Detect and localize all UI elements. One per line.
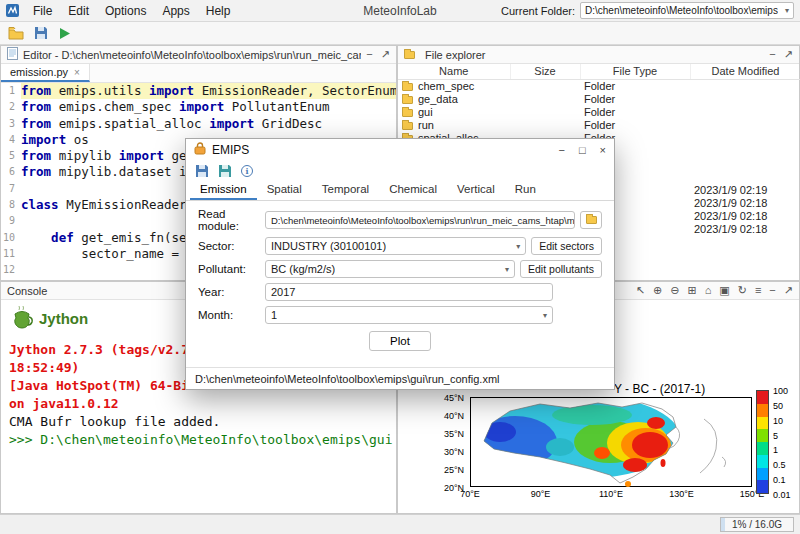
dialog-tab-spatial[interactable]: Spatial	[257, 180, 312, 200]
emission-map	[470, 397, 752, 487]
pollutant-label: Pollutant:	[198, 263, 260, 275]
minimize-icon[interactable]: −	[366, 49, 372, 60]
dialog-titlebar[interactable]: EMIPS −□×	[186, 139, 614, 161]
edit-sectors-button[interactable]: Edit sectors	[531, 237, 602, 255]
folder-icon	[402, 109, 413, 117]
info-icon[interactable]: i	[241, 165, 253, 177]
menu-help[interactable]: Help	[198, 2, 239, 20]
dialog-tab-chemical[interactable]: Chemical	[379, 180, 447, 200]
pollutant-value: BC (kg/m2/s)	[271, 263, 335, 275]
y-tick-label: 35°N	[444, 429, 464, 439]
year-field[interactable]: 2017	[265, 283, 553, 301]
dialog-tab-vertical[interactable]: Vertical	[447, 180, 505, 200]
plot-button[interactable]: Plot	[369, 331, 431, 351]
pollutant-combobox[interactable]: BC (kg/m2/s) ▾	[265, 260, 515, 278]
colorbar-tick-label: 0.1	[773, 475, 786, 485]
console-line: CMA Bufr lookup file added.	[9, 413, 388, 431]
colorbar-segment	[757, 404, 768, 417]
colorbar-segment	[757, 480, 768, 493]
year-label: Year:	[198, 286, 260, 298]
code-line-1: 1from emips.utils import EmissionReader,…	[1, 83, 396, 99]
x-tick-label: 90°E	[531, 489, 551, 499]
colorbar-tick-label: 50	[773, 400, 783, 410]
file-row[interactable]: runFolder	[398, 118, 800, 131]
select-icon[interactable]: ↖	[636, 285, 645, 296]
pan-icon[interactable]: ⊞	[687, 285, 696, 296]
close-icon[interactable]: ×	[600, 145, 606, 156]
column-header-date-modified[interactable]: Date Modified	[690, 64, 800, 79]
read-module-label: Read module:	[198, 208, 260, 232]
dialog-toolbar: i	[186, 161, 614, 180]
zoom-in-icon[interactable]: ⊕	[653, 285, 662, 296]
file-row[interactable]: guiFolder	[398, 105, 800, 118]
edit-pollutants-button[interactable]: Edit pollutants	[520, 260, 602, 278]
code-line-2: 2from emips.chem_spec import PollutantEn…	[1, 99, 396, 115]
console-line: on java11.0.12	[9, 395, 388, 413]
y-tick-label: 40°N	[444, 411, 464, 421]
code-line-3: 3from emips.spatial_alloc import GridDes…	[1, 116, 396, 132]
x-tick-label: 70°E	[460, 489, 480, 499]
run-icon[interactable]	[58, 27, 71, 40]
tab-label: emission.py	[10, 66, 68, 78]
save-as-icon[interactable]	[218, 164, 232, 178]
minimize-icon[interactable]: −	[769, 285, 775, 296]
save-icon[interactable]	[34, 26, 48, 40]
month-label: Month:	[198, 309, 260, 321]
read-module-value: D:\chen\meteoinfo\MeteoInfo\toolbox\emip…	[271, 215, 575, 226]
zoom-out-icon[interactable]: ⊖	[670, 285, 679, 296]
sector-combobox[interactable]: INDUSTRY (30100101) ▾	[265, 237, 526, 255]
editor-panel-header: Editor - D:\chen\meteoinfo\MeteoInfo\too…	[1, 46, 396, 64]
rotate-icon[interactable]: ↻	[738, 285, 747, 296]
dialog-status-text: D:\chen\meteoinfo\MeteoInfo\toolbox\emip…	[195, 373, 500, 385]
colorbar-segment	[757, 429, 768, 442]
full-extent-icon[interactable]: ⌂	[705, 285, 712, 296]
column-header-file-type[interactable]: File Type	[580, 64, 690, 79]
float-icon[interactable]: ↗	[381, 49, 390, 60]
tab-emission-py[interactable]: emission.py ×	[1, 64, 90, 82]
colorbar-tick-label: 0.01	[773, 490, 791, 500]
menu-file[interactable]: File	[25, 2, 60, 20]
dialog-title: EMIPS	[212, 143, 249, 157]
menubar: FileEditOptionsAppsHelp MeteoInfoLab Cur…	[0, 0, 800, 22]
dialog-tab-run[interactable]: Run	[505, 180, 546, 200]
dialog-tab-emission[interactable]: Emission	[190, 180, 257, 200]
console-line: >>> D:\chen\meteoinfo\MeteoInfo\toolbox\…	[9, 431, 388, 449]
x-axis-ticks: 70°E90°E110°E130°E150°E	[470, 489, 752, 501]
file-row[interactable]: ge_dataFolder	[398, 92, 800, 105]
minimize-icon[interactable]: −	[558, 145, 564, 156]
dialog-form: Read module: D:\chen\meteoinfo\MeteoInfo…	[186, 201, 614, 351]
current-folder-combobox[interactable]: D:\chen\meteoinfo\MeteoInfo\toolbox\emip…	[580, 2, 794, 19]
identify-icon[interactable]: ▣	[719, 285, 729, 296]
menu-apps[interactable]: Apps	[154, 2, 197, 20]
dialog-tab-temporal[interactable]: Temporal	[312, 180, 379, 200]
close-tab-icon[interactable]: ×	[74, 67, 80, 78]
colorbar-tick-label: 0.5	[773, 460, 786, 470]
read-module-field[interactable]: D:\chen\meteoinfo\MeteoInfo\toolbox\emip…	[265, 211, 575, 229]
app-logo-icon	[6, 4, 19, 17]
read-module-row: Read module: D:\chen\meteoinfo\MeteoInfo…	[198, 208, 602, 232]
column-header-name[interactable]: Name	[398, 64, 510, 79]
y-tick-label: 30°N	[444, 447, 464, 457]
float-icon[interactable]: ↗	[784, 285, 793, 296]
emips-dialog: EMIPS −□× i EmissionSpatialTemporalChemi…	[185, 138, 615, 390]
open-folder-icon[interactable]	[8, 26, 24, 40]
float-icon[interactable]: ↗	[784, 49, 793, 60]
chevron-down-icon: ▾	[540, 311, 547, 320]
statusbar: 1% / 16.0G	[0, 514, 800, 534]
sector-label: Sector:	[198, 240, 260, 252]
menu-options[interactable]: Options	[97, 2, 154, 20]
file-row[interactable]: chem_specFolder	[398, 79, 800, 92]
maximize-icon[interactable]: □	[579, 145, 586, 156]
browse-module-button[interactable]	[580, 211, 602, 229]
menu-edit[interactable]: Edit	[60, 2, 97, 20]
column-header-size[interactable]: Size	[510, 64, 580, 79]
minimize-icon[interactable]: −	[769, 49, 775, 60]
colorbar-tick-label: 5	[773, 430, 778, 440]
layers-icon[interactable]: ≡	[755, 285, 761, 296]
colorbar-tick-label: 1	[773, 445, 778, 455]
colorbar-segment	[757, 391, 768, 404]
plot-title: Y - BC - (2017-1)	[614, 382, 705, 396]
save-icon[interactable]	[195, 164, 209, 178]
folder-icon	[404, 51, 415, 59]
month-combobox[interactable]: 1 ▾	[265, 306, 553, 324]
